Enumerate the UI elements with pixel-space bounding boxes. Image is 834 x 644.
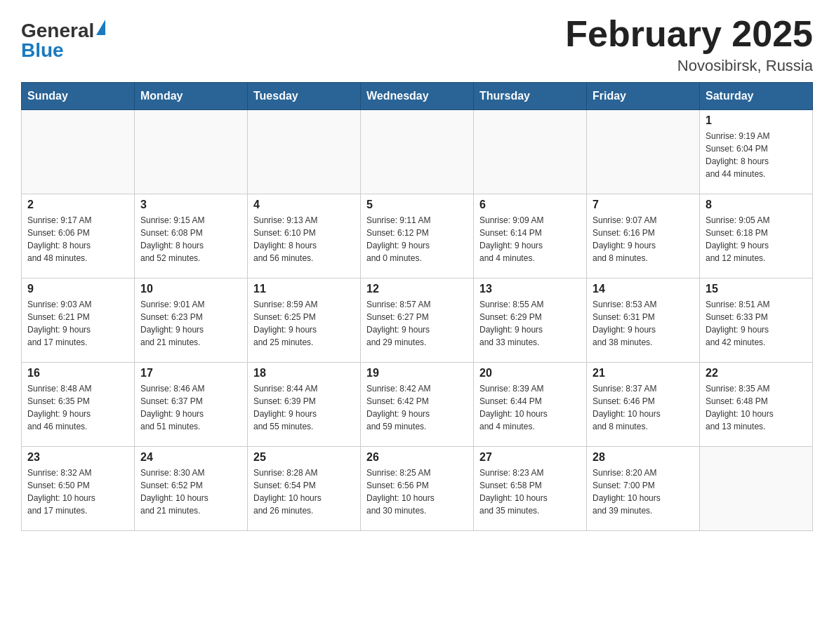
calendar-cell (474, 110, 587, 194)
calendar-cell: 4Sunrise: 9:13 AMSunset: 6:10 PMDaylight… (248, 194, 361, 279)
day-number: 6 (479, 199, 581, 211)
day-info: Sunrise: 8:37 AMSunset: 6:46 PMDaylight:… (593, 382, 694, 433)
day-info: Sunrise: 9:09 AMSunset: 6:14 PMDaylight:… (479, 214, 581, 264)
calendar-cell: 20Sunrise: 8:39 AMSunset: 6:44 PMDayligh… (474, 363, 587, 447)
day-info: Sunrise: 8:23 AMSunset: 6:58 PMDaylight:… (479, 467, 581, 517)
day-info: Sunrise: 8:46 AMSunset: 6:37 PMDaylight:… (140, 382, 241, 433)
day-info: Sunrise: 8:42 AMSunset: 6:42 PMDaylight:… (366, 382, 468, 433)
calendar-cell: 25Sunrise: 8:28 AMSunset: 6:54 PMDayligh… (248, 447, 361, 531)
week-row-2: 9Sunrise: 9:03 AMSunset: 6:21 PMDaylight… (22, 279, 813, 363)
day-info: Sunrise: 9:13 AMSunset: 6:10 PMDaylight:… (253, 214, 355, 264)
calendar-cell: 14Sunrise: 8:53 AMSunset: 6:31 PMDayligh… (587, 279, 700, 363)
logo: General Blue (21, 14, 105, 60)
weekday-header-saturday: Saturday (700, 83, 813, 110)
calendar-cell: 12Sunrise: 8:57 AMSunset: 6:27 PMDayligh… (361, 279, 474, 363)
calendar-cell: 10Sunrise: 9:01 AMSunset: 6:23 PMDayligh… (135, 279, 248, 363)
weekday-header-thursday: Thursday (474, 83, 587, 110)
day-info: Sunrise: 8:59 AMSunset: 6:25 PMDaylight:… (253, 298, 355, 349)
logo-general-text: General (21, 21, 94, 41)
weekday-header-monday: Monday (135, 83, 248, 110)
day-number: 20 (479, 367, 581, 380)
calendar-table: SundayMondayTuesdayWednesdayThursdayFrid… (21, 82, 813, 531)
weekday-header-row: SundayMondayTuesdayWednesdayThursdayFrid… (22, 83, 813, 110)
day-info: Sunrise: 8:53 AMSunset: 6:31 PMDaylight:… (593, 298, 694, 349)
day-number: 7 (593, 199, 694, 211)
day-number: 9 (27, 283, 128, 295)
calendar-cell: 22Sunrise: 8:35 AMSunset: 6:48 PMDayligh… (700, 363, 813, 447)
day-number: 19 (366, 367, 468, 380)
calendar-cell: 26Sunrise: 8:25 AMSunset: 6:56 PMDayligh… (361, 447, 474, 531)
day-info: Sunrise: 9:05 AMSunset: 6:18 PMDaylight:… (706, 214, 807, 264)
calendar-cell (587, 110, 700, 194)
day-info: Sunrise: 8:48 AMSunset: 6:35 PMDaylight:… (27, 382, 128, 433)
calendar-cell: 16Sunrise: 8:48 AMSunset: 6:35 PMDayligh… (22, 363, 135, 447)
calendar-cell: 21Sunrise: 8:37 AMSunset: 6:46 PMDayligh… (587, 363, 700, 447)
weekday-header-tuesday: Tuesday (248, 83, 361, 110)
day-number: 16 (27, 367, 128, 380)
day-info: Sunrise: 9:07 AMSunset: 6:16 PMDaylight:… (593, 214, 694, 264)
day-number: 28 (593, 451, 694, 464)
day-info: Sunrise: 8:25 AMSunset: 6:56 PMDaylight:… (366, 467, 468, 517)
day-number: 24 (140, 451, 241, 464)
day-info: Sunrise: 8:51 AMSunset: 6:33 PMDaylight:… (706, 298, 807, 349)
day-info: Sunrise: 8:28 AMSunset: 6:54 PMDaylight:… (253, 467, 355, 517)
calendar-cell: 3Sunrise: 9:15 AMSunset: 6:08 PMDaylight… (135, 194, 248, 279)
day-info: Sunrise: 9:03 AMSunset: 6:21 PMDaylight:… (27, 298, 128, 349)
day-info: Sunrise: 8:44 AMSunset: 6:39 PMDaylight:… (253, 382, 355, 433)
weekday-header-sunday: Sunday (22, 83, 135, 110)
location: Novosibirsk, Russia (565, 57, 813, 75)
week-row-4: 23Sunrise: 8:32 AMSunset: 6:50 PMDayligh… (22, 447, 813, 531)
day-number: 14 (593, 283, 694, 295)
calendar-cell: 9Sunrise: 9:03 AMSunset: 6:21 PMDaylight… (22, 279, 135, 363)
calendar-cell: 7Sunrise: 9:07 AMSunset: 6:16 PMDaylight… (587, 194, 700, 279)
calendar-cell (22, 110, 135, 194)
day-number: 25 (253, 451, 355, 464)
week-row-1: 2Sunrise: 9:17 AMSunset: 6:06 PMDaylight… (22, 194, 813, 279)
calendar-cell: 28Sunrise: 8:20 AMSunset: 7:00 PMDayligh… (587, 447, 700, 531)
day-info: Sunrise: 8:55 AMSunset: 6:29 PMDaylight:… (479, 298, 581, 349)
day-info: Sunrise: 9:17 AMSunset: 6:06 PMDaylight:… (27, 214, 128, 264)
day-number: 17 (140, 367, 241, 380)
calendar-cell: 2Sunrise: 9:17 AMSunset: 6:06 PMDaylight… (22, 194, 135, 279)
calendar-cell: 13Sunrise: 8:55 AMSunset: 6:29 PMDayligh… (474, 279, 587, 363)
day-number: 27 (479, 451, 581, 464)
week-row-0: 1Sunrise: 9:19 AMSunset: 6:04 PMDaylight… (22, 110, 813, 194)
day-number: 11 (253, 283, 355, 295)
day-info: Sunrise: 8:57 AMSunset: 6:27 PMDaylight:… (366, 298, 468, 349)
day-number: 23 (27, 451, 128, 464)
calendar-cell: 24Sunrise: 8:30 AMSunset: 6:52 PMDayligh… (135, 447, 248, 531)
weekday-header-friday: Friday (587, 83, 700, 110)
day-number: 2 (27, 199, 128, 211)
calendar-cell: 1Sunrise: 9:19 AMSunset: 6:04 PMDaylight… (700, 110, 813, 194)
logo-blue-text: Blue (21, 41, 64, 60)
day-info: Sunrise: 8:20 AMSunset: 7:00 PMDaylight:… (593, 467, 694, 517)
month-title: February 2025 (565, 14, 813, 54)
day-number: 12 (366, 283, 468, 295)
calendar-cell: 27Sunrise: 8:23 AMSunset: 6:58 PMDayligh… (474, 447, 587, 531)
day-number: 21 (593, 367, 694, 380)
calendar-cell (248, 110, 361, 194)
calendar-cell: 17Sunrise: 8:46 AMSunset: 6:37 PMDayligh… (135, 363, 248, 447)
calendar-cell (361, 110, 474, 194)
calendar-cell: 23Sunrise: 8:32 AMSunset: 6:50 PMDayligh… (22, 447, 135, 531)
calendar-cell: 5Sunrise: 9:11 AMSunset: 6:12 PMDaylight… (361, 194, 474, 279)
day-number: 15 (706, 283, 807, 295)
day-info: Sunrise: 8:32 AMSunset: 6:50 PMDaylight:… (27, 467, 128, 517)
week-row-3: 16Sunrise: 8:48 AMSunset: 6:35 PMDayligh… (22, 363, 813, 447)
day-info: Sunrise: 9:15 AMSunset: 6:08 PMDaylight:… (140, 214, 241, 264)
day-number: 1 (706, 114, 807, 127)
day-number: 8 (706, 199, 807, 211)
calendar-cell: 19Sunrise: 8:42 AMSunset: 6:42 PMDayligh… (361, 363, 474, 447)
day-info: Sunrise: 9:01 AMSunset: 6:23 PMDaylight:… (140, 298, 241, 349)
title-area: February 2025 Novosibirsk, Russia (565, 14, 813, 75)
calendar-cell: 18Sunrise: 8:44 AMSunset: 6:39 PMDayligh… (248, 363, 361, 447)
calendar-cell: 8Sunrise: 9:05 AMSunset: 6:18 PMDaylight… (700, 194, 813, 279)
weekday-header-wednesday: Wednesday (361, 83, 474, 110)
day-number: 3 (140, 199, 241, 211)
calendar-cell: 6Sunrise: 9:09 AMSunset: 6:14 PMDaylight… (474, 194, 587, 279)
day-number: 22 (706, 367, 807, 380)
day-number: 10 (140, 283, 241, 295)
day-info: Sunrise: 8:35 AMSunset: 6:48 PMDaylight:… (706, 382, 807, 433)
calendar-cell (700, 447, 813, 531)
day-number: 13 (479, 283, 581, 295)
